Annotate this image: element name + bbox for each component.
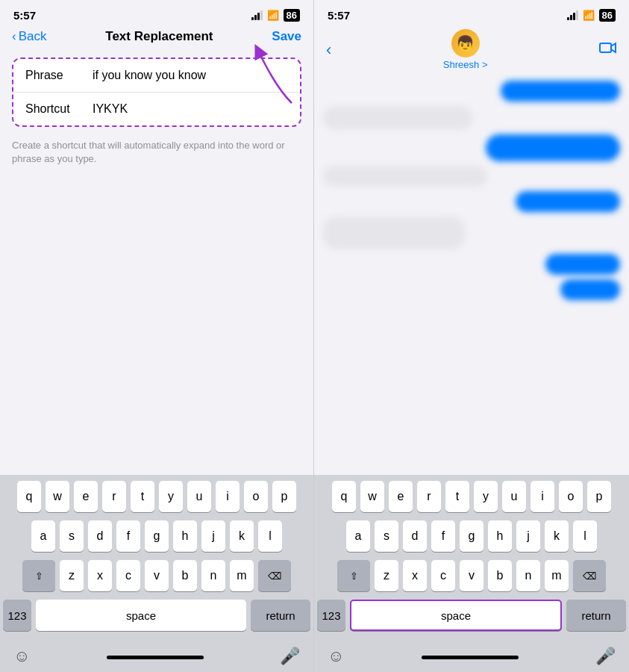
key-u[interactable]: u [187, 481, 211, 512]
rkey-x[interactable]: x [403, 560, 427, 591]
save-button[interactable]: Save [272, 29, 301, 44]
rspace-key[interactable]: space [350, 600, 562, 631]
rkey-e[interactable]: e [389, 481, 413, 512]
key-i[interactable]: i [216, 481, 240, 512]
rkey-b[interactable]: b [488, 560, 512, 591]
message-bubble [560, 279, 620, 300]
key-p[interactable]: p [272, 481, 296, 512]
rkey-g[interactable]: g [460, 520, 484, 552]
key-row-2: a s d f g h j k l [3, 520, 310, 552]
key-y[interactable]: y [159, 481, 183, 512]
key-f[interactable]: f [116, 520, 140, 552]
key-z[interactable]: z [60, 560, 84, 591]
delete-key[interactable]: ⌫ [258, 560, 291, 591]
message-bubble [323, 217, 465, 249]
key-row-4: 123 space return [3, 600, 310, 631]
svg-rect-0 [600, 43, 611, 52]
key-row-3: ⇧ z x c v b n m ⌫ [3, 560, 310, 591]
rkey-o[interactable]: o [559, 481, 583, 512]
key-o[interactable]: o [244, 481, 268, 512]
left-keyboard: q w e r t y u i o p a s d f g h j k [0, 475, 313, 672]
rkey-r[interactable]: r [417, 481, 441, 512]
right-dictation-icon[interactable]: 🎤 [595, 647, 616, 666]
key-t[interactable]: t [131, 481, 154, 512]
rkey-n[interactable]: n [516, 560, 540, 591]
right-time: 5:57 [328, 9, 350, 22]
left-time: 5:57 [13, 9, 36, 22]
key-s[interactable]: s [60, 520, 84, 552]
right-emoji-icon[interactable]: ☺ [328, 647, 344, 666]
rkey-q[interactable]: q [332, 481, 356, 512]
key-q[interactable]: q [17, 481, 41, 512]
key-x[interactable]: x [88, 560, 112, 591]
rkey-y[interactable]: y [474, 481, 498, 512]
rkey-m[interactable]: m [545, 560, 569, 591]
rkey-w[interactable]: w [360, 481, 384, 512]
page-title: Text Replacement [105, 29, 213, 44]
bottom-bar-left: ☺ 🎤 [0, 642, 313, 672]
rkey-k[interactable]: k [545, 520, 569, 552]
key-l[interactable]: l [258, 520, 282, 552]
back-button[interactable]: ‹ Back [12, 29, 46, 44]
rkey-c[interactable]: c [431, 560, 455, 591]
dictation-icon[interactable]: 🎤 [280, 647, 300, 666]
rkey-l[interactable]: l [573, 520, 597, 552]
left-panel: 5:57 📶 86 ‹ Back Text Replacement Save P… [0, 0, 314, 672]
shortcut-value: IYKYK [93, 102, 128, 116]
message-bubble [323, 106, 472, 130]
message-bubble [545, 254, 620, 275]
return-key[interactable]: return [251, 600, 310, 631]
rkey-j[interactable]: j [516, 520, 540, 552]
rkey-i[interactable]: i [531, 481, 554, 512]
rkey-f[interactable]: f [431, 520, 455, 552]
rdelete-key[interactable]: ⌫ [573, 560, 606, 591]
key-j[interactable]: j [201, 520, 225, 552]
key-v[interactable]: v [145, 560, 169, 591]
rkey-z[interactable]: z [375, 560, 398, 591]
contact-name: Shreesh > [443, 59, 488, 70]
key-r[interactable]: r [102, 481, 126, 512]
right-key-row-3: ⇧ z x c v b n m ⌫ [317, 560, 626, 591]
right-panel: 5:57 📶 86 ‹ 👦 Shreesh > [314, 0, 629, 672]
emoji-icon[interactable]: ☺ [13, 647, 30, 666]
back-label: Back [19, 29, 47, 44]
right-wifi-icon: 📶 [583, 10, 595, 21]
chevron-left-icon: ‹ [12, 29, 16, 44]
rkey-h[interactable]: h [488, 520, 512, 552]
rkey-d[interactable]: d [403, 520, 427, 552]
signal-icon [251, 10, 263, 20]
rkey-t[interactable]: t [445, 481, 469, 512]
message-bubble [516, 191, 620, 212]
key-c[interactable]: c [116, 560, 140, 591]
rkey-s[interactable]: s [375, 520, 398, 552]
rkey-a[interactable]: a [346, 520, 370, 552]
key-m[interactable]: m [230, 560, 254, 591]
number-key[interactable]: 123 [3, 600, 31, 631]
key-d[interactable]: d [88, 520, 112, 552]
key-g[interactable]: g [145, 520, 169, 552]
video-call-icon[interactable] [599, 41, 617, 58]
message-bubble [486, 134, 620, 161]
space-key[interactable]: space [36, 600, 246, 631]
rkey-u[interactable]: u [502, 481, 526, 512]
key-b[interactable]: b [173, 560, 197, 591]
arrow-annotation [236, 43, 303, 111]
hint-text: Create a shortcut that will automaticall… [0, 133, 313, 178]
rreturn-key[interactable]: return [566, 600, 626, 631]
avatar: 👦 [451, 29, 480, 57]
key-w[interactable]: w [46, 481, 69, 512]
rkey-p[interactable]: p [587, 481, 611, 512]
key-n[interactable]: n [201, 560, 225, 591]
key-a[interactable]: a [31, 520, 55, 552]
contact-info[interactable]: 👦 Shreesh > [443, 29, 488, 70]
shift-key[interactable]: ⇧ [22, 560, 55, 591]
phrase-value: if you know you know [93, 69, 206, 82]
rkey-v[interactable]: v [460, 560, 484, 591]
rshift-key[interactable]: ⇧ [337, 560, 370, 591]
key-h[interactable]: h [173, 520, 197, 552]
key-k[interactable]: k [230, 520, 254, 552]
key-e[interactable]: e [74, 481, 98, 512]
right-back-button[interactable]: ‹ [326, 40, 331, 60]
rnumber-key[interactable]: 123 [317, 600, 345, 631]
bottom-bar-right: ☺ 🎤 [314, 642, 629, 672]
